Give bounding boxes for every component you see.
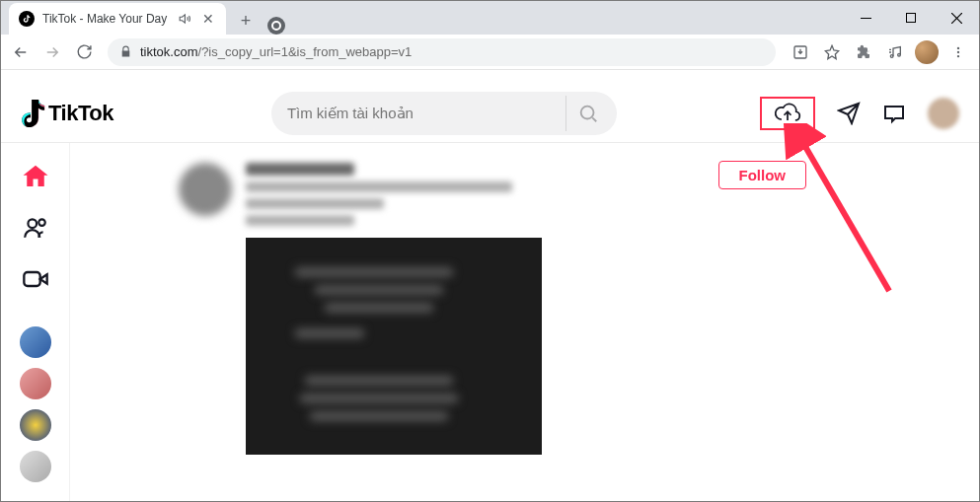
bookmark-icon[interactable] (817, 38, 847, 66)
search-button[interactable] (565, 96, 611, 131)
sidebar-account-avatar[interactable] (20, 368, 51, 399)
browser-tabstrip: TikTok - Make Your Day ✕ + (1, 1, 979, 35)
browser-profile-avatar[interactable] (912, 38, 942, 66)
back-button[interactable] (7, 38, 35, 66)
svg-point-9 (957, 54, 959, 56)
sidebar-home-icon[interactable] (20, 161, 51, 192)
window-controls (843, 1, 979, 35)
browser-menu-icon[interactable] (943, 38, 973, 66)
post-caption-blurred (246, 181, 512, 192)
upload-button-highlight (760, 97, 815, 130)
feed-post (179, 163, 940, 455)
svg-point-12 (38, 219, 45, 226)
upload-cloud-icon[interactable] (774, 103, 801, 124)
svg-point-8 (957, 50, 959, 52)
browser-toolbar: tiktok.com/?is_copy_url=1&is_from_webapp… (1, 35, 979, 70)
search-bar (271, 92, 617, 135)
tiktok-header: TikTok (1, 84, 979, 143)
sidebar (1, 143, 70, 501)
tab-favicon (19, 11, 35, 27)
sidebar-account-avatar[interactable] (20, 326, 51, 358)
extensions-icon[interactable] (849, 38, 878, 66)
svg-point-10 (581, 106, 594, 118)
post-sound-blurred (246, 215, 354, 226)
svg-rect-13 (24, 272, 39, 286)
svg-rect-1 (907, 14, 916, 23)
page-content: TikTok (1, 84, 979, 501)
sidebar-following-icon[interactable] (20, 212, 51, 244)
address-bar[interactable]: tiktok.com/?is_copy_url=1&is_from_webapp… (108, 38, 776, 66)
feed: Follow (70, 143, 979, 501)
sidebar-account-avatar[interactable] (20, 409, 51, 441)
media-controls-icon[interactable] (880, 38, 910, 66)
post-video-placeholder[interactable] (246, 238, 542, 455)
post-avatar[interactable] (179, 163, 232, 216)
svg-point-5 (890, 54, 893, 57)
follow-button[interactable]: Follow (718, 161, 807, 189)
sidebar-live-icon[interactable] (20, 263, 51, 295)
svg-point-7 (957, 46, 959, 48)
profile-avatar[interactable] (928, 98, 959, 129)
tab-title: TikTok - Make Your Day (42, 12, 171, 26)
lock-icon (119, 45, 132, 58)
svg-point-6 (898, 53, 901, 56)
send-icon[interactable] (837, 102, 861, 125)
new-tab-button[interactable]: + (232, 7, 260, 35)
profile-indicator[interactable] (260, 17, 293, 35)
browser-tab[interactable]: TikTok - Make Your Day ✕ (9, 3, 226, 35)
post-caption-blurred (246, 198, 384, 209)
logo-text: TikTok (48, 101, 113, 126)
search-input[interactable] (287, 105, 565, 121)
svg-point-11 (28, 219, 37, 228)
tiktok-logo[interactable]: TikTok (21, 100, 113, 127)
close-window-button[interactable] (934, 1, 979, 35)
tab-audio-icon[interactable] (179, 12, 192, 26)
forward-button[interactable] (38, 38, 66, 66)
minimize-button[interactable] (843, 1, 888, 35)
sidebar-account-avatar[interactable] (20, 451, 51, 482)
reload-button[interactable] (70, 38, 98, 66)
install-icon[interactable] (786, 38, 815, 66)
tab-close-icon[interactable]: ✕ (200, 11, 216, 27)
post-username-blurred (246, 163, 354, 176)
inbox-icon[interactable] (882, 102, 906, 125)
url-text: tiktok.com/?is_copy_url=1&is_from_webapp… (140, 44, 412, 59)
maximize-button[interactable] (888, 1, 934, 35)
